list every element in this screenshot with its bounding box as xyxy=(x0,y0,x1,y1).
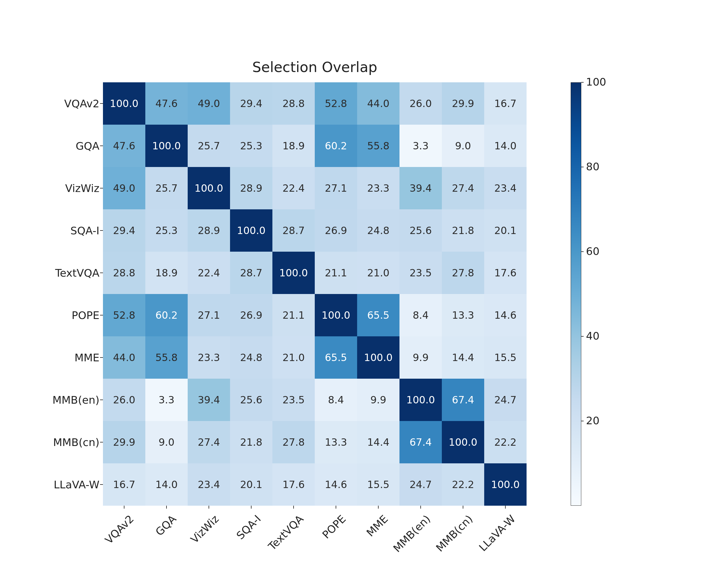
heatmap-cell: 28.7 xyxy=(272,209,315,252)
heatmap-cell: 15.5 xyxy=(357,463,399,506)
heatmap-cell: 26.0 xyxy=(399,82,442,125)
colorbar-tick-label: 20 xyxy=(586,415,599,427)
heatmap-cell: 67.4 xyxy=(442,379,484,421)
heatmap-cell: 52.8 xyxy=(315,82,357,125)
heatmap-cell: 100.0 xyxy=(188,167,230,209)
heatmap-cell: 23.4 xyxy=(188,463,230,506)
colorbar xyxy=(571,82,581,506)
heatmap-cell: 23.5 xyxy=(272,379,315,421)
x-axis-tick-label: POPE xyxy=(320,513,348,541)
y-axis-tick-label: GQA xyxy=(0,125,103,167)
heatmap-cell: 9.9 xyxy=(357,379,399,421)
heatmap-cell: 24.8 xyxy=(357,209,399,252)
heatmap-cell: 26.0 xyxy=(103,379,145,421)
colorbar-tick-label: 60 xyxy=(586,245,599,257)
y-axis-tick-label: MME xyxy=(0,336,103,379)
y-axis-tick-label: MMB(en) xyxy=(0,379,103,421)
heatmap-cell: 26.9 xyxy=(315,209,357,252)
x-axis-tick-label: VizWiz xyxy=(188,513,221,545)
heatmap-cell: 8.4 xyxy=(315,379,357,421)
heatmap-cell: 26.9 xyxy=(230,294,272,336)
heatmap-cell: 100.0 xyxy=(484,463,526,506)
heatmap-grid: 100.047.649.029.428.852.844.026.029.916.… xyxy=(103,82,526,506)
heatmap-cell: 28.7 xyxy=(230,252,272,294)
colorbar-tick-label: 40 xyxy=(586,330,599,342)
heatmap-cell: 28.8 xyxy=(272,82,315,125)
x-axis-tick-label: MMB(cn) xyxy=(434,513,475,554)
heatmap-cell: 29.4 xyxy=(103,209,145,252)
heatmap-cell: 29.4 xyxy=(230,82,272,125)
heatmap-cell: 44.0 xyxy=(357,82,399,125)
heatmap-cell: 14.0 xyxy=(145,463,188,506)
colorbar-tick xyxy=(581,336,584,337)
chart-title: Selection Overlap xyxy=(103,59,526,75)
heatmap-cell: 60.2 xyxy=(145,294,188,336)
heatmap-cell: 22.4 xyxy=(188,252,230,294)
heatmap-cell: 24.7 xyxy=(399,463,442,506)
y-axis-tick-label: VQAv2 xyxy=(0,82,103,125)
heatmap-cell: 100.0 xyxy=(145,125,188,167)
heatmap-cell: 22.4 xyxy=(272,167,315,209)
heatmap-cell: 14.0 xyxy=(484,125,526,167)
y-axis-tick-label: TextVQA xyxy=(0,252,103,294)
x-axis-tick-label: MME xyxy=(364,513,390,539)
heatmap-cell: 65.5 xyxy=(357,294,399,336)
x-axis-tick-label: LLaVA-W xyxy=(477,513,517,554)
heatmap-cell: 100.0 xyxy=(399,379,442,421)
heatmap-cell: 100.0 xyxy=(272,252,315,294)
heatmap-cell: 25.6 xyxy=(399,209,442,252)
y-axis-tick xyxy=(100,315,103,316)
heatmap-cell: 9.0 xyxy=(145,421,188,463)
heatmap-cell: 23.4 xyxy=(484,167,526,209)
heatmap-cell: 27.8 xyxy=(272,421,315,463)
colorbar-tick xyxy=(581,421,584,421)
heatmap-cell: 67.4 xyxy=(399,421,442,463)
heatmap-cell: 100.0 xyxy=(442,421,484,463)
heatmap-cell: 17.6 xyxy=(272,463,315,506)
heatmap-cell: 49.0 xyxy=(103,167,145,209)
heatmap-cell: 16.7 xyxy=(103,463,145,506)
heatmap-cell: 23.5 xyxy=(399,252,442,294)
heatmap-cell: 47.6 xyxy=(145,82,188,125)
heatmap-cell: 18.9 xyxy=(145,252,188,294)
x-axis-tick-label: SQA-I xyxy=(234,513,263,542)
x-axis-tick-label: MMB(en) xyxy=(391,513,433,554)
heatmap-cell: 14.4 xyxy=(357,421,399,463)
heatmap-cell: 25.7 xyxy=(188,125,230,167)
x-axis-tick xyxy=(378,506,379,509)
heatmap-cell: 13.3 xyxy=(315,421,357,463)
y-axis-tick-label: SQA-I xyxy=(0,209,103,252)
heatmap-cell: 25.6 xyxy=(230,379,272,421)
heatmap-cell: 9.0 xyxy=(442,125,484,167)
heatmap-cell: 27.1 xyxy=(188,294,230,336)
colorbar-tick-label: 80 xyxy=(586,161,599,173)
colorbar-tick-label: 100 xyxy=(586,76,606,88)
heatmap-cell: 27.1 xyxy=(315,167,357,209)
heatmap-cell: 27.4 xyxy=(442,167,484,209)
x-axis-tick-label: GQA xyxy=(153,513,179,538)
heatmap-cell: 24.8 xyxy=(230,336,272,379)
heatmap-cell: 21.1 xyxy=(272,294,315,336)
heatmap-cell: 25.3 xyxy=(145,209,188,252)
heatmap-cell: 39.4 xyxy=(188,379,230,421)
heatmap-cell: 44.0 xyxy=(103,336,145,379)
x-axis-tick xyxy=(208,506,209,509)
y-axis-tick xyxy=(100,230,103,231)
heatmap-cell: 55.8 xyxy=(357,125,399,167)
heatmap-cell: 39.4 xyxy=(399,167,442,209)
heatmap-cell: 25.7 xyxy=(145,167,188,209)
y-axis-labels: VQAv2GQAVizWizSQA-ITextVQAPOPEMMEMMB(en)… xyxy=(0,82,103,506)
heatmap-cell: 9.9 xyxy=(399,336,442,379)
heatmap-cell: 21.8 xyxy=(230,421,272,463)
heatmap-cell: 25.3 xyxy=(230,125,272,167)
heatmap-cell: 16.7 xyxy=(484,82,526,125)
heatmap-cell: 20.1 xyxy=(230,463,272,506)
heatmap-cell: 14.4 xyxy=(442,336,484,379)
x-axis-tick-label: TextVQA xyxy=(266,513,306,552)
heatmap-cell: 3.3 xyxy=(145,379,188,421)
y-axis-tick-label: POPE xyxy=(0,294,103,336)
x-axis-tick xyxy=(420,506,421,509)
y-axis-tick xyxy=(100,145,103,146)
heatmap-cell: 21.8 xyxy=(442,209,484,252)
heatmap-cell: 52.8 xyxy=(103,294,145,336)
